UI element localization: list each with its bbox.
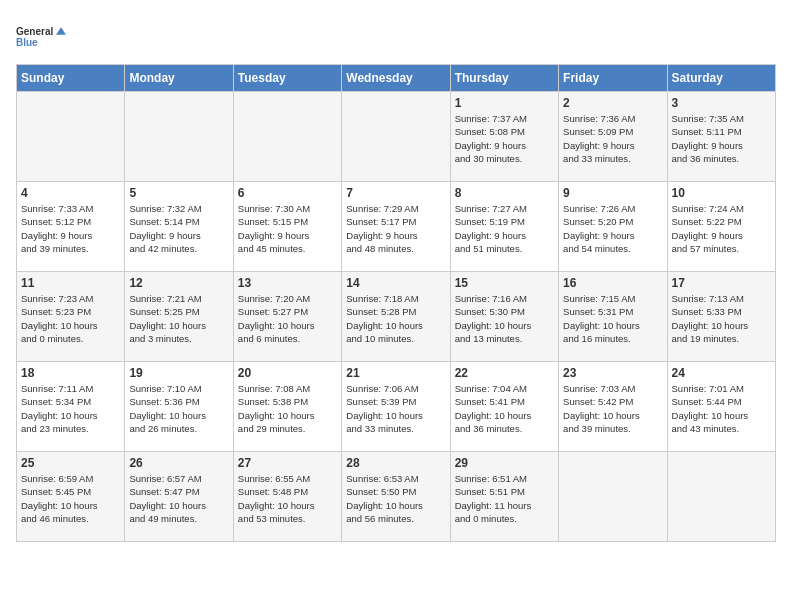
day-number: 24 (672, 366, 771, 380)
day-cell: 23Sunrise: 7:03 AM Sunset: 5:42 PM Dayli… (559, 362, 667, 452)
day-info: Sunrise: 6:57 AM Sunset: 5:47 PM Dayligh… (129, 472, 228, 525)
day-info: Sunrise: 7:18 AM Sunset: 5:28 PM Dayligh… (346, 292, 445, 345)
day-info: Sunrise: 7:16 AM Sunset: 5:30 PM Dayligh… (455, 292, 554, 345)
col-header-monday: Monday (125, 65, 233, 92)
day-cell: 15Sunrise: 7:16 AM Sunset: 5:30 PM Dayli… (450, 272, 558, 362)
col-header-tuesday: Tuesday (233, 65, 341, 92)
col-header-thursday: Thursday (450, 65, 558, 92)
day-info: Sunrise: 7:04 AM Sunset: 5:41 PM Dayligh… (455, 382, 554, 435)
day-info: Sunrise: 7:29 AM Sunset: 5:17 PM Dayligh… (346, 202, 445, 255)
day-cell: 27Sunrise: 6:55 AM Sunset: 5:48 PM Dayli… (233, 452, 341, 542)
day-info: Sunrise: 6:59 AM Sunset: 5:45 PM Dayligh… (21, 472, 120, 525)
day-info: Sunrise: 7:21 AM Sunset: 5:25 PM Dayligh… (129, 292, 228, 345)
day-cell: 29Sunrise: 6:51 AM Sunset: 5:51 PM Dayli… (450, 452, 558, 542)
day-info: Sunrise: 7:24 AM Sunset: 5:22 PM Dayligh… (672, 202, 771, 255)
day-cell (233, 92, 341, 182)
day-info: Sunrise: 7:33 AM Sunset: 5:12 PM Dayligh… (21, 202, 120, 255)
svg-text:General: General (16, 26, 53, 37)
day-cell: 20Sunrise: 7:08 AM Sunset: 5:38 PM Dayli… (233, 362, 341, 452)
day-number: 17 (672, 276, 771, 290)
week-row-3: 11Sunrise: 7:23 AM Sunset: 5:23 PM Dayli… (17, 272, 776, 362)
week-row-1: 1Sunrise: 7:37 AM Sunset: 5:08 PM Daylig… (17, 92, 776, 182)
day-cell: 25Sunrise: 6:59 AM Sunset: 5:45 PM Dayli… (17, 452, 125, 542)
day-cell: 10Sunrise: 7:24 AM Sunset: 5:22 PM Dayli… (667, 182, 775, 272)
day-info: Sunrise: 7:15 AM Sunset: 5:31 PM Dayligh… (563, 292, 662, 345)
week-row-4: 18Sunrise: 7:11 AM Sunset: 5:34 PM Dayli… (17, 362, 776, 452)
day-cell: 11Sunrise: 7:23 AM Sunset: 5:23 PM Dayli… (17, 272, 125, 362)
day-cell: 17Sunrise: 7:13 AM Sunset: 5:33 PM Dayli… (667, 272, 775, 362)
day-cell: 6Sunrise: 7:30 AM Sunset: 5:15 PM Daylig… (233, 182, 341, 272)
day-info: Sunrise: 7:37 AM Sunset: 5:08 PM Dayligh… (455, 112, 554, 165)
logo: General Blue (16, 16, 66, 56)
day-cell: 3Sunrise: 7:35 AM Sunset: 5:11 PM Daylig… (667, 92, 775, 182)
day-info: Sunrise: 7:01 AM Sunset: 5:44 PM Dayligh… (672, 382, 771, 435)
day-number: 1 (455, 96, 554, 110)
day-cell: 1Sunrise: 7:37 AM Sunset: 5:08 PM Daylig… (450, 92, 558, 182)
day-number: 25 (21, 456, 120, 470)
svg-text:Blue: Blue (16, 37, 38, 48)
day-cell: 14Sunrise: 7:18 AM Sunset: 5:28 PM Dayli… (342, 272, 450, 362)
day-cell: 9Sunrise: 7:26 AM Sunset: 5:20 PM Daylig… (559, 182, 667, 272)
day-number: 29 (455, 456, 554, 470)
day-number: 4 (21, 186, 120, 200)
day-number: 14 (346, 276, 445, 290)
day-info: Sunrise: 7:11 AM Sunset: 5:34 PM Dayligh… (21, 382, 120, 435)
day-info: Sunrise: 7:36 AM Sunset: 5:09 PM Dayligh… (563, 112, 662, 165)
col-header-wednesday: Wednesday (342, 65, 450, 92)
day-number: 28 (346, 456, 445, 470)
day-cell: 5Sunrise: 7:32 AM Sunset: 5:14 PM Daylig… (125, 182, 233, 272)
day-info: Sunrise: 7:06 AM Sunset: 5:39 PM Dayligh… (346, 382, 445, 435)
day-cell (342, 92, 450, 182)
day-number: 20 (238, 366, 337, 380)
svg-marker-2 (56, 27, 66, 35)
day-info: Sunrise: 7:32 AM Sunset: 5:14 PM Dayligh… (129, 202, 228, 255)
day-number: 7 (346, 186, 445, 200)
day-cell (125, 92, 233, 182)
day-cell (17, 92, 125, 182)
day-number: 3 (672, 96, 771, 110)
day-info: Sunrise: 7:03 AM Sunset: 5:42 PM Dayligh… (563, 382, 662, 435)
day-cell: 12Sunrise: 7:21 AM Sunset: 5:25 PM Dayli… (125, 272, 233, 362)
day-info: Sunrise: 7:23 AM Sunset: 5:23 PM Dayligh… (21, 292, 120, 345)
day-info: Sunrise: 7:30 AM Sunset: 5:15 PM Dayligh… (238, 202, 337, 255)
day-number: 13 (238, 276, 337, 290)
day-number: 16 (563, 276, 662, 290)
day-cell: 26Sunrise: 6:57 AM Sunset: 5:47 PM Dayli… (125, 452, 233, 542)
day-cell: 22Sunrise: 7:04 AM Sunset: 5:41 PM Dayli… (450, 362, 558, 452)
day-cell: 13Sunrise: 7:20 AM Sunset: 5:27 PM Dayli… (233, 272, 341, 362)
day-number: 15 (455, 276, 554, 290)
day-info: Sunrise: 6:55 AM Sunset: 5:48 PM Dayligh… (238, 472, 337, 525)
day-number: 27 (238, 456, 337, 470)
day-cell: 28Sunrise: 6:53 AM Sunset: 5:50 PM Dayli… (342, 452, 450, 542)
day-info: Sunrise: 7:20 AM Sunset: 5:27 PM Dayligh… (238, 292, 337, 345)
day-number: 2 (563, 96, 662, 110)
col-header-friday: Friday (559, 65, 667, 92)
day-number: 9 (563, 186, 662, 200)
day-info: Sunrise: 6:51 AM Sunset: 5:51 PM Dayligh… (455, 472, 554, 525)
day-info: Sunrise: 7:26 AM Sunset: 5:20 PM Dayligh… (563, 202, 662, 255)
day-info: Sunrise: 7:35 AM Sunset: 5:11 PM Dayligh… (672, 112, 771, 165)
day-number: 10 (672, 186, 771, 200)
day-cell: 21Sunrise: 7:06 AM Sunset: 5:39 PM Dayli… (342, 362, 450, 452)
day-cell: 16Sunrise: 7:15 AM Sunset: 5:31 PM Dayli… (559, 272, 667, 362)
day-number: 22 (455, 366, 554, 380)
day-cell: 8Sunrise: 7:27 AM Sunset: 5:19 PM Daylig… (450, 182, 558, 272)
day-cell: 4Sunrise: 7:33 AM Sunset: 5:12 PM Daylig… (17, 182, 125, 272)
day-cell: 2Sunrise: 7:36 AM Sunset: 5:09 PM Daylig… (559, 92, 667, 182)
col-header-sunday: Sunday (17, 65, 125, 92)
day-number: 8 (455, 186, 554, 200)
day-info: Sunrise: 6:53 AM Sunset: 5:50 PM Dayligh… (346, 472, 445, 525)
logo-svg: General Blue (16, 16, 66, 56)
day-info: Sunrise: 7:10 AM Sunset: 5:36 PM Dayligh… (129, 382, 228, 435)
day-number: 23 (563, 366, 662, 380)
week-row-5: 25Sunrise: 6:59 AM Sunset: 5:45 PM Dayli… (17, 452, 776, 542)
day-number: 21 (346, 366, 445, 380)
day-number: 12 (129, 276, 228, 290)
day-info: Sunrise: 7:08 AM Sunset: 5:38 PM Dayligh… (238, 382, 337, 435)
day-info: Sunrise: 7:13 AM Sunset: 5:33 PM Dayligh… (672, 292, 771, 345)
col-header-saturday: Saturday (667, 65, 775, 92)
day-number: 19 (129, 366, 228, 380)
page-header: General Blue (16, 16, 776, 56)
day-number: 18 (21, 366, 120, 380)
day-cell: 7Sunrise: 7:29 AM Sunset: 5:17 PM Daylig… (342, 182, 450, 272)
